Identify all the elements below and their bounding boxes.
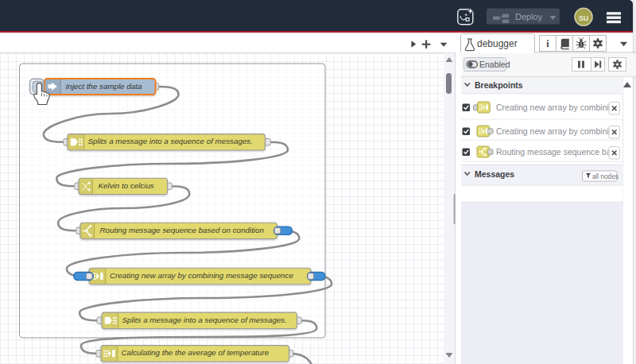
svg-text:su: su: [579, 13, 588, 22]
svg-text:all nodes: all nodes: [592, 173, 619, 180]
svg-text:Kelvin to celcius: Kelvin to celcius: [99, 181, 154, 190]
svg-text:Enabled: Enabled: [479, 60, 510, 69]
svg-text:Routing message sequence ba: Routing message sequence ba: [496, 147, 611, 157]
svg-text:Routing message sequence based: Routing message sequence based on condit…: [100, 226, 264, 234]
svg-text:Splits a message into a sequen: Splits a message into a sequence of mess…: [88, 137, 254, 145]
svg-text:Inject the sample data: Inject the sample data: [66, 82, 142, 91]
svg-text:Creating new array by combinin: Creating new array by combinin: [496, 103, 614, 112]
svg-text:Breakpoints: Breakpoints: [475, 80, 523, 90]
svg-text:Deploy: Deploy: [515, 12, 543, 21]
svg-text:Creating new array by combinin: Creating new array by combinin: [496, 126, 614, 136]
svg-text:Messages: Messages: [475, 169, 514, 179]
svg-text:Splits a message into a sequen: Splits a message into a sequence of mess…: [122, 316, 288, 324]
svg-text:debugger: debugger: [477, 38, 518, 49]
svg-text:Calculating the the average of: Calculating the the average of temperatu…: [122, 348, 270, 357]
svg-text:Creating new array by combinin: Creating new array by combining message …: [110, 271, 293, 280]
